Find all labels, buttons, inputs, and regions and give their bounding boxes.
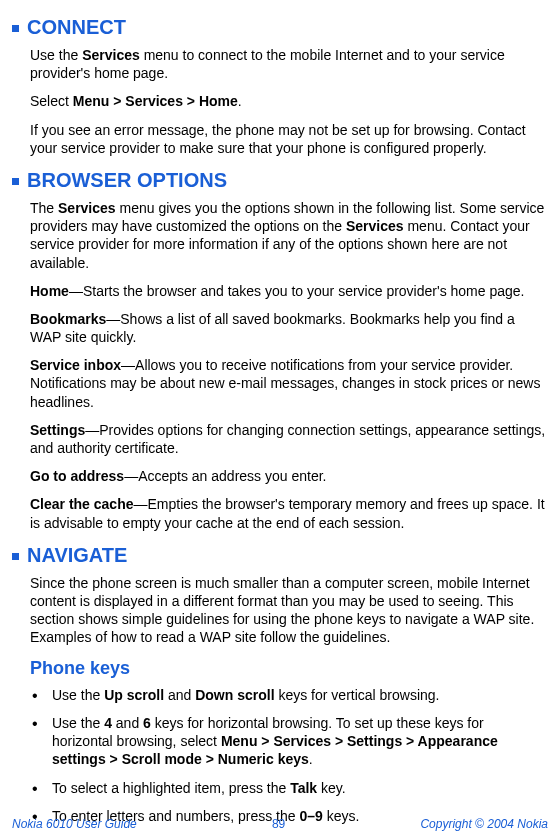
footer-right: Copyright © 2004 Nokia — [420, 817, 548, 833]
heading-text: NAVIGATE — [27, 544, 127, 566]
browser-bookmarks: Bookmarks—Shows a list of all saved book… — [30, 310, 548, 346]
bullet-icon — [12, 553, 19, 560]
browser-body: The Services menu gives you the options … — [30, 199, 548, 532]
list-item: To select a highlighted item, press the … — [30, 779, 548, 797]
connect-body: Use the Services menu to connect to the … — [30, 46, 548, 157]
browser-go-to-address: Go to address—Accepts an address you ent… — [30, 467, 548, 485]
heading-text: CONNECT — [27, 16, 126, 38]
heading-text: BROWSER OPTIONS — [27, 169, 227, 191]
section-heading-navigate: NAVIGATE — [12, 542, 548, 568]
bullet-icon — [12, 25, 19, 32]
browser-service-inbox: Service inbox—Allows you to receive noti… — [30, 356, 548, 411]
navigate-intro: Since the phone screen is much smaller t… — [30, 574, 548, 647]
bullet-icon — [12, 178, 19, 185]
section-heading-browser: BROWSER OPTIONS — [12, 167, 548, 193]
footer-page-number: 89 — [272, 817, 285, 833]
sub-heading-phone-keys: Phone keys — [30, 657, 548, 680]
browser-intro: The Services menu gives you the options … — [30, 199, 548, 272]
connect-p3: If you see an error message, the phone m… — [30, 121, 548, 157]
connect-p1: Use the Services menu to connect to the … — [30, 46, 548, 82]
list-item: Use the 4 and 6 keys for horizontal brow… — [30, 714, 548, 769]
navigate-body: Since the phone screen is much smaller t… — [30, 574, 548, 647]
section-heading-connect: CONNECT — [12, 14, 548, 40]
browser-settings: Settings—Provides options for changing c… — [30, 421, 548, 457]
browser-home: Home—Starts the browser and takes you to… — [30, 282, 548, 300]
phone-keys-list: Use the Up scroll and Down scroll keys f… — [30, 686, 548, 825]
connect-p2: Select Menu > Services > Home. — [30, 92, 548, 110]
list-item: Use the Up scroll and Down scroll keys f… — [30, 686, 548, 704]
footer-left: Nokia 6010 User Guide — [12, 817, 137, 833]
page-footer: Nokia 6010 User Guide 89 Copyright © 200… — [12, 817, 548, 833]
browser-clear-cache: Clear the cache—Empties the browser's te… — [30, 495, 548, 531]
